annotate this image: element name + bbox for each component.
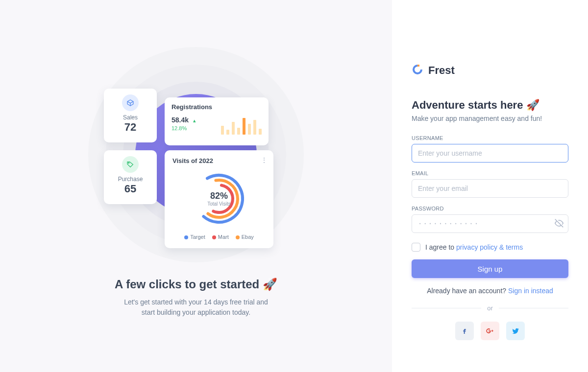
purchase-label: Purchase	[104, 176, 157, 183]
password-input[interactable]	[412, 214, 568, 233]
agree-text: I agree to	[425, 243, 456, 251]
svg-point-0	[128, 163, 129, 163]
tag-icon	[122, 156, 139, 173]
signin-link[interactable]: Sign in instead	[508, 287, 553, 295]
legend-mart: Mart	[218, 234, 229, 240]
facebook-icon	[461, 327, 468, 335]
registrations-value: 58.4k	[172, 116, 189, 124]
hero-illustration: Sales 72 Purchase 65 Registrations 58.4k…	[88, 54, 304, 255]
box-icon	[122, 94, 139, 111]
email-input[interactable]	[412, 179, 568, 198]
username-input[interactable]	[412, 144, 568, 163]
registrations-sparkbars	[221, 114, 262, 135]
email-label: EMAIL	[412, 170, 568, 176]
visits-donut: 82% Total Visits	[190, 169, 248, 228]
visits-title: Visits of 2022	[172, 157, 266, 164]
sales-value: 72	[104, 121, 157, 134]
signup-button[interactable]: Sign up	[412, 259, 568, 278]
google-plus-icon	[486, 326, 494, 335]
brand-logo-icon	[412, 64, 423, 77]
hero-panel: Sales 72 Purchase 65 Registrations 58.4k…	[0, 0, 392, 372]
google-plus-button[interactable]	[481, 322, 499, 340]
visits-percent-label: Total Visits	[207, 201, 231, 207]
privacy-terms-link[interactable]: privacy policy & terms	[456, 243, 523, 251]
purchase-card: Purchase 65	[104, 150, 157, 204]
purchase-value: 65	[104, 183, 157, 195]
hero-subtitle: Let's get started with your 14 days free…	[118, 297, 274, 318]
username-label: USERNAME	[412, 135, 568, 141]
twitter-icon	[512, 327, 519, 335]
visits-percent: 82%	[210, 191, 228, 201]
sales-card: Sales 72	[104, 89, 157, 142]
sales-label: Sales	[104, 114, 157, 121]
legend-target: Target	[190, 234, 205, 240]
brand: Frest	[412, 64, 568, 77]
twitter-button[interactable]	[506, 322, 525, 340]
divider-or: or	[487, 304, 493, 312]
auth-panel: Frest Adventure starts here 🚀 Make your …	[392, 0, 588, 372]
facebook-button[interactable]	[455, 322, 474, 340]
visits-legend: Target Mart Ebay	[172, 234, 266, 240]
legend-ebay: Ebay	[242, 234, 254, 240]
form-headline: Adventure starts here 🚀	[412, 99, 568, 112]
hero-title: A few clicks to get started 🚀	[115, 278, 277, 291]
eye-off-icon[interactable]	[555, 219, 564, 230]
brand-name: Frest	[428, 64, 455, 77]
have-account-text: Already have an account?	[427, 287, 508, 295]
form-sub: Make your app management easy and fun!	[412, 115, 568, 122]
more-icon[interactable]: ⋮	[261, 156, 268, 164]
registrations-title: Registrations	[172, 103, 262, 111]
password-label: PASSWORD	[412, 206, 568, 211]
registrations-card: Registrations 58.4k ▴ 12.8%	[165, 97, 269, 145]
trend-up-icon: ▴	[193, 117, 196, 123]
visits-card: Visits of 2022 ⋮ 82% Total Visits Target	[165, 150, 273, 248]
agree-checkbox[interactable]	[412, 243, 420, 252]
